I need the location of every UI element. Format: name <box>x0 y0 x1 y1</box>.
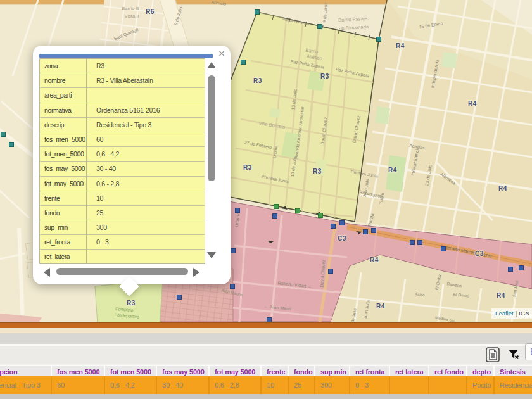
navy-vertex-handle[interactable] <box>509 267 513 272</box>
column-header-fot-may-5000[interactable]: fot may 5000 <box>208 366 260 376</box>
attribute-row: area_parti <box>40 88 205 103</box>
attribute-value: 0 - 3 <box>87 235 205 249</box>
zone-label: R4 <box>388 167 397 174</box>
export-csv-icon[interactable] <box>486 347 500 362</box>
row-cell: 0,6 - 4,2 <box>104 376 156 394</box>
green-vertex-handle[interactable] <box>274 205 279 209</box>
attribute-value: 25 <box>87 206 205 220</box>
navy-vertex-handle[interactable] <box>236 208 240 213</box>
column-header-frente[interactable]: frente <box>260 366 288 376</box>
attribute-value <box>87 250 205 264</box>
column-header-fot-men-5000[interactable]: fot men 5000 <box>104 366 156 376</box>
vertical-scrollbar-thumb[interactable] <box>208 75 215 181</box>
edge-button[interactable]: B <box>525 343 532 360</box>
navy-vertex-handle[interactable] <box>177 295 182 300</box>
attribute-label: fot_men_5000 <box>40 147 87 161</box>
navy-vertex-handle[interactable] <box>364 230 368 234</box>
panel-footer-strip <box>0 394 532 399</box>
horizontal-scrollbar-thumb[interactable] <box>56 268 188 275</box>
navy-vertex-handle[interactable] <box>418 241 422 245</box>
scroll-left-arrow[interactable] <box>44 268 50 277</box>
attribute-row: ret_fronta0 - 3 <box>40 235 205 250</box>
attribute-row: ret_latera <box>40 250 205 264</box>
attribute-row: normativaOrdenanza 5161-2016 <box>40 103 205 118</box>
attribute-table: zonaR3nombreR3 - Villa Aberastainarea_pa… <box>39 58 205 264</box>
clear-filter-icon[interactable] <box>508 348 521 361</box>
table-selected-row[interactable]: Residencial - Tipo 3600,6 - 4,230 - 400,… <box>0 376 532 394</box>
green-vertex-handle[interactable] <box>296 209 300 213</box>
column-header-sintesis[interactable]: Sintesis <box>493 366 532 376</box>
scroll-up-arrow[interactable] <box>207 62 216 68</box>
attribute-row: zonaR3 <box>40 59 205 73</box>
attribute-row: frente10 <box>40 191 205 206</box>
navy-vertex-handle[interactable] <box>410 241 415 245</box>
column-header-depto[interactable]: depto <box>466 366 493 376</box>
attribute-label: sup_min <box>40 220 87 234</box>
navy-vertex-handle[interactable] <box>340 221 345 225</box>
attribute-value: Ordenanza 5161-2016 <box>87 103 205 117</box>
column-header-fondo[interactable]: fondo <box>288 366 314 376</box>
zone-label: C3 <box>338 235 346 242</box>
attribute-label: fot_may_5000 <box>40 177 87 191</box>
teal-vertex-handle[interactable] <box>241 60 246 65</box>
attribute-value: 30 - 40 <box>87 162 205 175</box>
navy-vertex-handle[interactable] <box>231 284 235 289</box>
column-header-sup-min[interactable]: sup min <box>314 366 349 376</box>
attribute-label: normativa <box>40 103 87 117</box>
attribute-label: ret_fronta <box>40 235 87 249</box>
teal-vertex-handle[interactable] <box>318 25 322 29</box>
panel-divider-bar[interactable] <box>0 322 532 328</box>
column-header-fos-may-5000[interactable]: fos may 5000 <box>156 366 208 376</box>
attribute-value: 300 <box>87 220 205 234</box>
navy-vertex-handle[interactable] <box>441 247 446 251</box>
navy-vertex-handle[interactable] <box>273 214 277 218</box>
column-header-descripcion[interactable]: descripcion <box>0 366 51 376</box>
navy-vertex-handle[interactable] <box>519 266 524 270</box>
teal-vertex-handle[interactable] <box>10 142 14 147</box>
row-cell <box>389 376 428 394</box>
navy-vertex-handle[interactable] <box>329 269 333 274</box>
attribute-row: sup_min300 <box>40 220 205 235</box>
panel-strip <box>0 328 532 333</box>
zone-label: R3 <box>320 73 329 80</box>
attribute-label: nombre <box>40 73 87 87</box>
gis-app-window: Atencio9 de JulioMiguel Atencio9 de Juni… <box>0 0 532 399</box>
attribute-value <box>87 88 205 102</box>
zone-label: R4 <box>498 185 507 192</box>
area-label: Barrio B <box>122 6 139 11</box>
popup-top-scrollbar[interactable] <box>39 54 213 58</box>
area-label: Vista II <box>124 13 139 19</box>
zone-label: R3 <box>313 168 322 175</box>
attribute-value: R3 - Villa Aberastain <box>87 73 205 87</box>
provider-link[interactable]: IGN <box>519 310 529 317</box>
attribute-label: descrip <box>40 118 87 132</box>
teal-vertex-handle[interactable] <box>377 37 381 42</box>
teal-vertex-handle[interactable] <box>1 132 6 137</box>
row-cell: 300 <box>314 376 349 394</box>
row-cell: Pocito <box>466 376 493 394</box>
attribute-row: fos_men_500060 <box>40 132 205 147</box>
column-header-ret-fronta[interactable]: ret fronta <box>349 366 389 376</box>
teal-vertex-handle[interactable] <box>255 10 260 15</box>
zone-label: C3 <box>475 250 484 257</box>
results-panel: B descripcionfos men 5000fot men 5000fos… <box>0 322 532 399</box>
navy-vertex-handle[interactable] <box>372 229 376 233</box>
navy-vertex-handle[interactable] <box>331 224 336 229</box>
zone-label: R6 <box>146 8 155 15</box>
navy-vertex-handle[interactable] <box>231 249 236 253</box>
column-header-ret-latera[interactable]: ret latera <box>389 366 428 376</box>
row-cell: 0,6 - 2,8 <box>208 376 260 394</box>
column-header-ret-fondo[interactable]: ret fondo <box>428 366 466 376</box>
attribute-value: 60 <box>87 132 205 146</box>
leaflet-link[interactable]: Leaflet <box>495 310 514 317</box>
attribute-label: fos_may_5000 <box>40 162 87 175</box>
scroll-down-arrow[interactable] <box>207 252 216 258</box>
zone-label: R4 <box>370 256 379 263</box>
popup-close-button[interactable]: × <box>218 48 225 59</box>
green-vertex-handle[interactable] <box>319 213 323 218</box>
column-header-fos-men-5000[interactable]: fos men 5000 <box>51 366 104 376</box>
scroll-right-arrow[interactable] <box>193 268 200 277</box>
feature-popup: × zonaR3nombreR3 - Villa Aberastainarea_… <box>33 46 231 284</box>
attribute-value: R3 <box>87 59 205 73</box>
attribute-label: fos_men_5000 <box>40 132 87 146</box>
